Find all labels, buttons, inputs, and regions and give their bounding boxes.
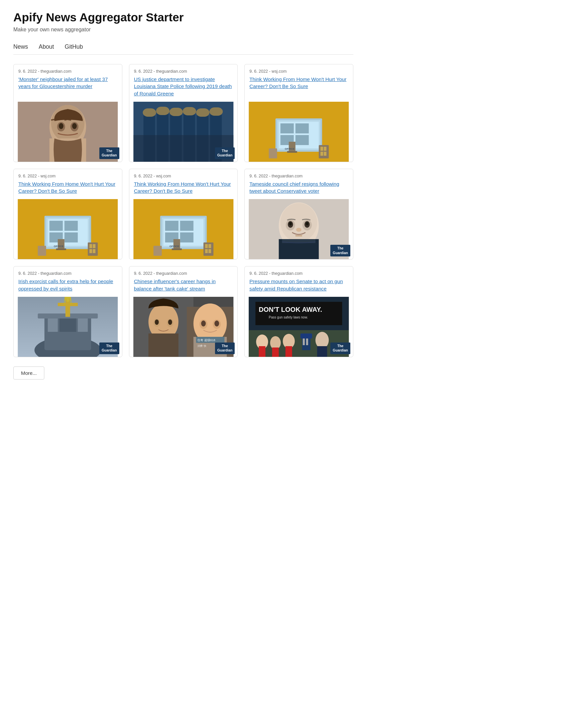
main-nav: News About GitHub bbox=[14, 43, 353, 55]
card-image-container-2: TheGuardian bbox=[129, 102, 238, 162]
news-card-8: 9. 6. 2022 - theguardian.comChinese infl… bbox=[129, 266, 238, 357]
svg-rect-66 bbox=[153, 246, 162, 256]
card-image-container-4: OFFICE bbox=[14, 199, 122, 259]
card-title-1[interactable]: 'Monster' neighbour jailed for at least … bbox=[14, 76, 122, 102]
news-card-2: 9. 6. 2022 - theguardian.comUS justice d… bbox=[129, 64, 238, 162]
card-title-5[interactable]: Think Working From Home Won't Hurt Your … bbox=[129, 180, 238, 200]
card-meta-9: 9. 6. 2022 - theguardian.com bbox=[245, 266, 353, 278]
card-title-4[interactable]: Think Working From Home Won't Hurt Your … bbox=[14, 180, 122, 200]
svg-point-106 bbox=[155, 319, 159, 325]
page-title: Apify News Aggregator Starter bbox=[14, 11, 353, 24]
svg-text:OFFICE: OFFICE bbox=[285, 148, 295, 150]
card-title-7[interactable]: Irish exorcist calls for extra help for … bbox=[14, 278, 122, 297]
svg-rect-135 bbox=[306, 339, 308, 345]
guardian-badge-9: TheGuardian bbox=[330, 342, 350, 354]
news-card-1: 9. 6. 2022 - theguardian.com'Monster' ne… bbox=[14, 64, 122, 162]
svg-point-113 bbox=[201, 320, 206, 326]
card-image-container-5: OFFICE bbox=[129, 199, 238, 259]
svg-rect-49 bbox=[38, 246, 46, 256]
svg-rect-26 bbox=[280, 123, 294, 133]
svg-rect-130 bbox=[286, 346, 292, 357]
svg-rect-128 bbox=[259, 346, 266, 357]
guardian-badge-6: TheGuardian bbox=[330, 245, 350, 257]
svg-rect-134 bbox=[303, 339, 305, 345]
nav-item-about[interactable]: About bbox=[39, 43, 54, 52]
svg-point-107 bbox=[168, 319, 172, 325]
guardian-badge-1: TheGuardian bbox=[99, 148, 119, 159]
svg-rect-84 bbox=[296, 235, 302, 236]
card-meta-2: 9. 6. 2022 - theguardian.com bbox=[129, 64, 238, 76]
svg-rect-133 bbox=[301, 334, 312, 339]
svg-rect-17 bbox=[169, 108, 183, 116]
news-card-6: 9. 6. 2022 - theguardian.comTameside cou… bbox=[244, 169, 353, 260]
card-meta-5: 9. 6. 2022 - wsj.com bbox=[129, 169, 238, 180]
svg-rect-51 bbox=[89, 244, 92, 248]
svg-rect-63 bbox=[180, 232, 193, 242]
more-button[interactable]: More... bbox=[14, 367, 44, 379]
svg-text:消费 快: 消费 快 bbox=[197, 344, 206, 347]
svg-point-7 bbox=[72, 123, 77, 129]
svg-point-82 bbox=[289, 222, 292, 226]
svg-rect-18 bbox=[183, 107, 196, 115]
svg-rect-29 bbox=[296, 135, 309, 145]
svg-rect-48 bbox=[56, 248, 66, 250]
svg-rect-120 bbox=[256, 302, 342, 325]
svg-text:Pass gun safety laws now.: Pass gun safety laws now. bbox=[269, 315, 308, 319]
svg-rect-34 bbox=[321, 147, 323, 151]
svg-rect-65 bbox=[172, 248, 182, 250]
svg-rect-70 bbox=[205, 249, 208, 253]
svg-rect-61 bbox=[180, 221, 193, 231]
card-image-container-1: TheGuardian bbox=[14, 102, 122, 162]
card-title-8[interactable]: Chinese influencer's career hangs in bal… bbox=[129, 278, 238, 297]
svg-rect-68 bbox=[205, 244, 208, 248]
card-meta-8: 9. 6. 2022 - theguardian.com bbox=[129, 266, 238, 278]
nav-item-github[interactable]: GitHub bbox=[65, 43, 83, 52]
card-image-container-8: 住奇 超级618 消费 快 TheGuardian bbox=[129, 297, 238, 357]
svg-rect-15 bbox=[143, 108, 156, 117]
svg-rect-35 bbox=[324, 147, 327, 151]
svg-rect-71 bbox=[208, 249, 211, 253]
card-image-container-3: OFFICE bbox=[245, 102, 353, 162]
svg-rect-19 bbox=[196, 108, 209, 117]
svg-point-127 bbox=[316, 332, 329, 348]
svg-rect-32 bbox=[269, 149, 277, 158]
news-grid: 9. 6. 2022 - theguardian.com'Monster' ne… bbox=[14, 64, 353, 357]
svg-rect-43 bbox=[49, 221, 63, 231]
news-card-4: 9. 6. 2022 - wsj.comThink Working From H… bbox=[14, 169, 122, 260]
svg-rect-54 bbox=[93, 249, 95, 253]
svg-rect-129 bbox=[272, 347, 279, 357]
card-title-9[interactable]: Pressure mounts on Senate to act on gun … bbox=[245, 278, 353, 297]
svg-rect-103 bbox=[148, 334, 178, 357]
svg-rect-53 bbox=[89, 249, 92, 253]
svg-rect-31 bbox=[287, 151, 297, 153]
svg-text:OFFICE: OFFICE bbox=[54, 245, 64, 248]
svg-text:DON'T LOOK AWAY.: DON'T LOOK AWAY. bbox=[259, 306, 322, 313]
svg-rect-94 bbox=[58, 303, 78, 306]
svg-point-83 bbox=[306, 222, 309, 226]
nav-item-news[interactable]: News bbox=[14, 43, 28, 52]
svg-rect-20 bbox=[209, 107, 223, 116]
card-meta-7: 9. 6. 2022 - theguardian.com bbox=[14, 266, 122, 278]
svg-rect-52 bbox=[93, 244, 95, 248]
guardian-badge-8: TheGuardian bbox=[215, 342, 235, 354]
news-card-5: 9. 6. 2022 - wsj.comThink Working From H… bbox=[129, 169, 238, 260]
svg-rect-46 bbox=[64, 232, 78, 242]
svg-rect-131 bbox=[317, 346, 327, 357]
svg-point-85 bbox=[296, 228, 302, 232]
svg-rect-27 bbox=[296, 123, 309, 133]
card-title-6[interactable]: Tameside council chief resigns following… bbox=[245, 180, 353, 200]
card-image-container-6: TheGuardian bbox=[245, 199, 353, 259]
svg-rect-16 bbox=[156, 107, 169, 115]
guardian-badge-2: TheGuardian bbox=[215, 148, 235, 159]
svg-text:OFFICE: OFFICE bbox=[169, 245, 179, 248]
card-title-3[interactable]: Think Working From Home Won't Hurt Your … bbox=[245, 76, 353, 102]
svg-rect-92 bbox=[78, 318, 88, 332]
guardian-badge-7: TheGuardian bbox=[99, 342, 119, 354]
svg-point-114 bbox=[214, 320, 219, 326]
page-subtitle: Make your own news aggregator bbox=[14, 27, 353, 33]
news-card-7: 9. 6. 2022 - theguardian.comIrish exorci… bbox=[14, 266, 122, 357]
svg-rect-90 bbox=[48, 318, 58, 332]
card-title-2[interactable]: US justice department to investigate Lou… bbox=[129, 76, 238, 102]
card-meta-4: 9. 6. 2022 - wsj.com bbox=[14, 169, 122, 180]
card-image-container-9: DON'T LOOK AWAY. Pass gun safety laws no… bbox=[245, 297, 353, 357]
